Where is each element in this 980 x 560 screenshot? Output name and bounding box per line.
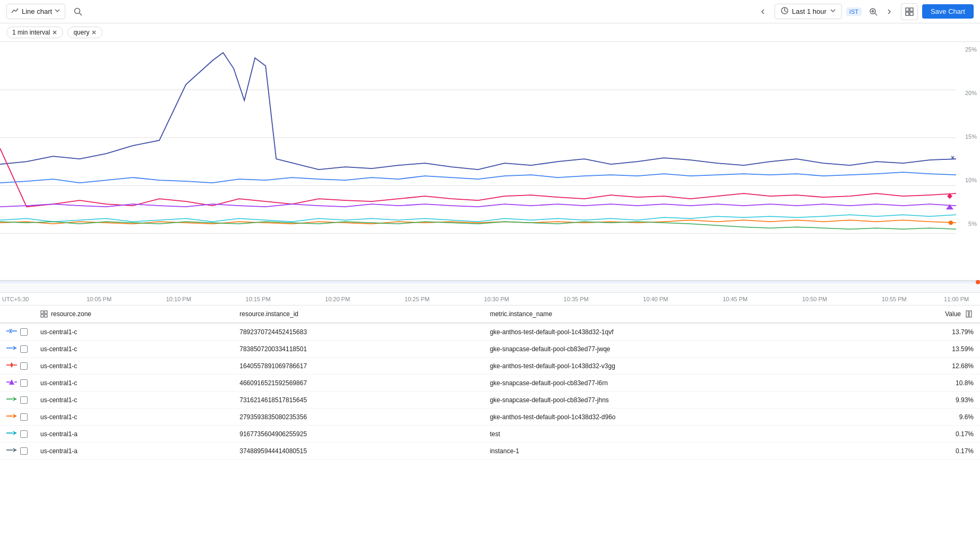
time-range-label: Last 1 hour xyxy=(792,7,827,15)
row-checkbox[interactable] xyxy=(20,430,28,438)
timezone-label: UTC+5:30 xyxy=(2,296,29,302)
timezone-badge: IST xyxy=(846,7,862,16)
header-left: Line chart xyxy=(6,3,87,20)
svg-point-0 xyxy=(75,8,80,13)
row-checkbox[interactable] xyxy=(20,396,28,404)
row-value: 13.59% xyxy=(916,341,980,358)
zoom-in-button[interactable] xyxy=(866,4,881,19)
time-label-1055: 10:55 PM xyxy=(882,296,907,302)
row-instance-name: gke-anthos-test-default-pool-1c438d32-v3… xyxy=(484,358,916,375)
th-zone[interactable]: resource.zone xyxy=(34,306,233,323)
svg-rect-22 xyxy=(41,315,44,317)
svg-marker-41 xyxy=(13,414,17,418)
line-marker xyxy=(6,328,17,336)
svg-rect-24 xyxy=(966,311,968,317)
chart-type-selector[interactable]: Line chart xyxy=(6,4,65,19)
time-label-1050: 10:50 PM xyxy=(802,296,827,302)
row-checkbox[interactable] xyxy=(20,447,28,455)
row-instance-id: 4660916521592569867 xyxy=(233,375,483,392)
row-checkbox[interactable] xyxy=(20,413,28,421)
timeline-scrubber[interactable] xyxy=(0,281,980,293)
row-zone: us-central1-a xyxy=(34,426,233,443)
line-marker xyxy=(6,362,17,370)
time-label-1100: 11:00 PM xyxy=(944,296,969,302)
row-value: 10.8% xyxy=(916,375,980,392)
nav-next-button[interactable] xyxy=(882,4,897,19)
row-instance-id: 7892370724452415683 xyxy=(233,323,483,341)
table-row: us-central1-c 7838507200334118501 gke-sn… xyxy=(0,341,980,358)
row-instance-name: instance-1 xyxy=(484,443,916,460)
time-label-1015: 10:15 PM xyxy=(246,296,271,302)
filter-chip-query[interactable]: query xyxy=(67,27,102,38)
filters-row: 1 min interval query xyxy=(0,23,980,42)
y-label-15: 15% xyxy=(965,133,977,140)
time-axis: UTC+5:30 10:05 PM 10:10 PM 10:15 PM 10:2… xyxy=(0,293,980,306)
row-checkbox[interactable] xyxy=(20,345,28,353)
row-instance-id: 9167735604906255925 xyxy=(233,426,483,443)
row-checkbox[interactable] xyxy=(20,328,28,336)
table-row: us-central1-c 4660916521592569867 gke-sn… xyxy=(0,375,980,392)
row-indicator-cell xyxy=(0,375,34,392)
table-row: us-central1-c 1640557891069786617 gke-an… xyxy=(0,358,980,375)
save-chart-button[interactable]: Save Chart xyxy=(922,4,974,19)
search-button[interactable] xyxy=(70,3,87,20)
data-table: resource.zone resource.instance_id metri… xyxy=(0,306,980,460)
svg-point-19 xyxy=(949,220,953,225)
th-instance-id[interactable]: resource.instance_id xyxy=(233,306,483,323)
line-marker xyxy=(6,447,17,455)
filter-chip-interval[interactable]: 1 min interval xyxy=(6,27,63,38)
columns-icon[interactable] xyxy=(965,310,974,318)
header: Line chart Last 1 hour IST xyxy=(0,0,980,23)
y-axis: 25% 20% 15% 10% 5% xyxy=(956,42,980,264)
th-value[interactable]: Value xyxy=(916,306,980,323)
time-label-1030: 10:30 PM xyxy=(484,296,509,302)
th-indicator xyxy=(0,306,34,323)
filter-chip-query-label: query xyxy=(73,29,89,36)
y-label-25: 25% xyxy=(965,46,977,53)
table-row: us-central1-c 7316214618517815645 gke-sn… xyxy=(0,392,980,409)
y-label-20: 20% xyxy=(965,90,977,96)
time-label-1040: 10:40 PM xyxy=(643,296,668,302)
row-instance-id: 3748895944414080515 xyxy=(233,443,483,460)
row-checkbox[interactable] xyxy=(20,379,28,387)
row-instance-id: 1640557891069786617 xyxy=(233,358,483,375)
row-instance-id: 7316214618517815645 xyxy=(233,392,483,409)
row-value: 13.79% xyxy=(916,323,980,341)
svg-rect-7 xyxy=(906,8,909,11)
row-instance-id: 7838507200334118501 xyxy=(233,341,483,358)
table-row: us-central1-a 9167735604906255925 test 0… xyxy=(0,426,980,443)
th-instance-id-label: resource.instance_id xyxy=(239,310,298,318)
row-indicator-cell xyxy=(0,409,34,426)
line-marker xyxy=(6,413,17,421)
row-instance-name: gke-anthos-test-default-pool-1c438d32-d9… xyxy=(484,409,916,426)
svg-rect-9 xyxy=(906,12,909,15)
row-indicator-cell xyxy=(0,392,34,409)
svg-rect-23 xyxy=(45,315,47,317)
nav-prev-button[interactable] xyxy=(755,4,770,19)
table-row: us-central1-a 3748895944414080515 instan… xyxy=(0,443,980,460)
row-instance-name: gke-snapcase-default-pool-cb83ed77-jwqe xyxy=(484,341,916,358)
svg-rect-10 xyxy=(910,12,913,15)
th-instance-name[interactable]: metric.instance_name xyxy=(484,306,916,323)
row-value: 0.17% xyxy=(916,443,980,460)
y-label-10: 10% xyxy=(965,177,977,183)
row-indicator-cell xyxy=(0,358,34,375)
chart-svg[interactable]: × xyxy=(0,42,956,281)
row-zone: us-central1-c xyxy=(34,375,233,392)
chart-mode-button[interactable] xyxy=(901,3,918,20)
th-zone-label: resource.zone xyxy=(51,310,91,318)
row-indicator-cell xyxy=(0,323,34,341)
row-indicator-cell xyxy=(0,426,34,443)
header-right: Last 1 hour IST Save Chart xyxy=(755,3,974,20)
line-marker xyxy=(6,379,17,387)
time-range-selector[interactable]: Last 1 hour xyxy=(775,4,842,19)
row-checkbox[interactable] xyxy=(20,362,28,370)
time-label-1045: 10:45 PM xyxy=(723,296,747,302)
svg-marker-43 xyxy=(13,431,17,435)
row-zone: us-central1-c xyxy=(34,409,233,426)
line-marker xyxy=(6,430,17,438)
chart-area: 25% 20% 15% 10% 5% × xyxy=(0,42,980,281)
row-instance-name: gke-anthos-test-default-pool-1c438d32-1q… xyxy=(484,323,916,341)
svg-rect-20 xyxy=(41,311,44,313)
row-value: 9.6% xyxy=(916,409,980,426)
